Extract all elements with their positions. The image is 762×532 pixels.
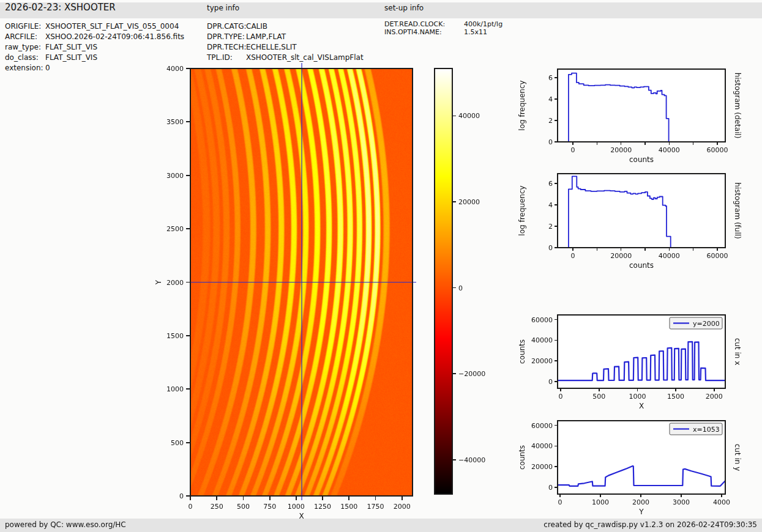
- info-value: 0: [45, 63, 50, 73]
- svg-text:cut in y: cut in y: [733, 444, 742, 471]
- footer-powered-by: powered by QC: www.eso.org/HC: [5, 520, 126, 529]
- svg-text:log frequency: log frequency: [518, 80, 526, 130]
- info-label: ORIGFILE:: [5, 21, 45, 32]
- qc-report-page: 2026-02-23: XSHOOTER type info set-up in…: [0, 0, 762, 532]
- svg-text:2500: 2500: [166, 225, 184, 233]
- info-value: ECHELLE,SLIT: [246, 42, 297, 53]
- svg-text:40000: 40000: [458, 112, 480, 120]
- svg-text:histogram (full): histogram (full): [733, 182, 742, 239]
- cut-in-x-legend: y=2000: [670, 317, 722, 329]
- cut-in-y-plot: 010002000300040000200004000060000Ycounts…: [518, 421, 742, 516]
- info-row: INS.OPTI4.NAME:1.5x11: [384, 28, 502, 36]
- svg-text:20000: 20000: [458, 198, 480, 206]
- svg-text:60000: 60000: [531, 422, 553, 430]
- histogram-detail-plot: 02000040000600000246countslog frequencyh…: [518, 69, 742, 164]
- info-label: DET.READ.CLOCK:: [384, 20, 464, 28]
- svg-text:6: 6: [548, 74, 553, 82]
- svg-text:2: 2: [548, 223, 553, 231]
- svg-text:750: 750: [263, 503, 276, 511]
- info-value: LAMP,FLAT: [246, 32, 286, 42]
- svg-text:500: 500: [171, 439, 184, 447]
- svg-text:cut in x: cut in x: [733, 338, 742, 366]
- colorbar: [435, 68, 452, 494]
- histogram-full-line: [558, 176, 725, 248]
- info-row: DPR.TYPE:LAMP,FLAT: [207, 32, 364, 42]
- svg-text:Y: Y: [638, 508, 644, 516]
- svg-text:0: 0: [558, 498, 562, 506]
- info-label: raw_type:: [5, 42, 45, 53]
- info-row: TPL.ID:XSHOOTER_slt_cal_VISLampFlat: [207, 53, 364, 63]
- svg-text:x=1053: x=1053: [693, 426, 720, 434]
- cut-in-x-plot: 05001000150020000200004000060000Xcountsc…: [518, 315, 742, 410]
- info-value: 1.5x11: [464, 28, 487, 36]
- svg-text:0: 0: [548, 484, 553, 492]
- info-label: do_class:: [5, 53, 45, 63]
- cut-in-x-line: [558, 342, 725, 380]
- info-value: 400k/1pt/lg: [464, 20, 502, 28]
- info-value: FLAT_SLIT_VIS: [45, 42, 97, 53]
- svg-text:250: 250: [211, 503, 223, 511]
- svg-text:1000: 1000: [592, 498, 609, 506]
- histogram-full-plot: 02000040000600000246countslog frequencyh…: [518, 174, 742, 270]
- page-title: 2026-02-23: XSHOOTER: [5, 2, 116, 13]
- svg-text:1750: 1750: [367, 503, 384, 511]
- info-label: DPR.TECH:: [207, 42, 246, 53]
- svg-text:20000: 20000: [531, 463, 553, 471]
- svg-text:3500: 3500: [166, 118, 184, 126]
- info-label: DPR.TYPE:: [207, 32, 246, 42]
- svg-text:counts: counts: [518, 339, 526, 364]
- svg-text:0: 0: [179, 492, 184, 500]
- svg-text:0: 0: [548, 244, 553, 252]
- svg-text:0: 0: [570, 252, 575, 260]
- raw-image-heatmap: [190, 68, 413, 496]
- svg-text:4: 4: [548, 95, 553, 103]
- svg-text:2000: 2000: [394, 503, 411, 511]
- svg-text:40000: 40000: [531, 442, 553, 450]
- info-value: XSHOOTER_SLT_FLAT_VIS_055_0004: [45, 21, 179, 32]
- svg-text:0: 0: [559, 393, 563, 401]
- svg-text:0: 0: [570, 146, 575, 154]
- info-label: extension:: [5, 63, 45, 73]
- info-row: DPR.CATG:CALIB: [207, 21, 364, 32]
- svg-text:20000: 20000: [531, 357, 553, 365]
- svg-text:−20000: −20000: [458, 370, 485, 378]
- svg-text:40000: 40000: [531, 336, 553, 344]
- setup-info-title: set-up info: [384, 4, 424, 12]
- svg-text:1000: 1000: [288, 503, 305, 511]
- svg-text:1500: 1500: [667, 393, 684, 401]
- info-value: XSHOO.2026-02-24T09:06:41.856.fits: [45, 32, 184, 42]
- svg-text:60000: 60000: [707, 146, 728, 154]
- svg-text:counts: counts: [518, 445, 526, 470]
- svg-text:3000: 3000: [166, 172, 184, 180]
- svg-text:2: 2: [548, 117, 553, 125]
- svg-text:1250: 1250: [314, 503, 331, 511]
- svg-text:1000: 1000: [629, 393, 646, 401]
- svg-text:−40000: −40000: [458, 456, 485, 464]
- svg-text:20000: 20000: [610, 146, 632, 154]
- svg-text:3000: 3000: [673, 498, 690, 506]
- svg-text:0: 0: [548, 378, 553, 386]
- info-label: DPR.CATG:: [207, 21, 246, 32]
- info-row: raw_type:FLAT_SLIT_VIS: [5, 42, 184, 53]
- info-label: ARCFILE:: [5, 32, 45, 42]
- svg-text:4: 4: [548, 201, 553, 209]
- svg-text:40000: 40000: [659, 146, 680, 154]
- type-info-title: type info: [207, 4, 239, 12]
- svg-text:1000: 1000: [166, 385, 184, 393]
- svg-text:20000: 20000: [610, 252, 632, 260]
- info-row: extension:0: [5, 63, 184, 73]
- svg-text:6: 6: [548, 180, 553, 188]
- svg-text:histogram (detail): histogram (detail): [733, 73, 742, 139]
- info-row: ORIGFILE:XSHOOTER_SLT_FLAT_VIS_055_0004: [5, 21, 184, 32]
- svg-text:y=2000: y=2000: [693, 320, 720, 328]
- svg-text:X: X: [639, 402, 644, 410]
- cut-in-y-line: [558, 466, 725, 486]
- histogram-detail-line: [558, 73, 725, 142]
- svg-text:4000: 4000: [713, 498, 730, 506]
- info-row: DPR.TECH:ECHELLE,SLIT: [207, 42, 364, 53]
- svg-text:0: 0: [548, 138, 553, 146]
- footer-created-by: created by qc_rawdisp.py v1.2.3 on 2026-…: [543, 520, 757, 529]
- svg-text:0: 0: [189, 503, 193, 511]
- svg-text:0: 0: [458, 284, 463, 292]
- svg-text:60000: 60000: [531, 316, 553, 324]
